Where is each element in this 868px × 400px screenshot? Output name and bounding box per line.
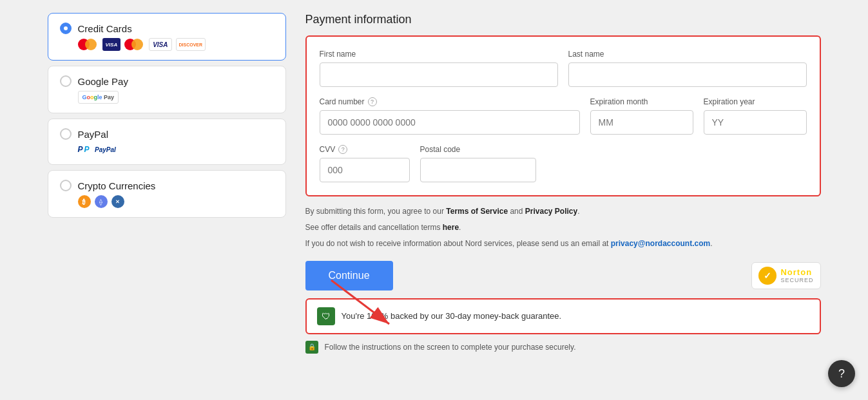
paypal-label: PayPal: [78, 129, 109, 140]
google-pay-radio[interactable]: [60, 75, 72, 87]
exp-month-group: Expiration month: [590, 97, 693, 135]
card-number-label: Card number ?: [320, 97, 580, 106]
last-name-group: Last name: [568, 50, 807, 87]
credit-cards-label: Credit Cards: [78, 23, 132, 34]
credit-cards-option[interactable]: Credit Cards VISA VISA DISCOVER: [48, 13, 286, 61]
norton-text: Norton SECURED: [780, 267, 813, 283]
cvv-input[interactable]: [320, 158, 410, 182]
last-name-label: Last name: [568, 50, 807, 59]
guarantee-box: 🛡 You're 100% backed by our 30-day money…: [305, 298, 821, 334]
paypal-radio[interactable]: [60, 128, 72, 140]
paypal-option[interactable]: PayPal PP PayPal: [48, 119, 286, 165]
privacy-link[interactable]: Privacy Policy: [525, 207, 577, 216]
exp-month-label: Expiration month: [590, 97, 693, 106]
here-link[interactable]: here: [443, 223, 459, 232]
help-button[interactable]: ?: [828, 360, 855, 387]
paypal-icon: PP PayPal: [78, 144, 116, 155]
payment-methods-panel: Credit Cards VISA VISA DISCOVER Goo: [48, 13, 286, 354]
bitcoin-icon: ₿: [78, 195, 91, 208]
norton-check-icon: ✓: [758, 267, 776, 285]
google-pay-option[interactable]: Google Pay Google Pay: [48, 66, 286, 113]
legal-line2: See offer details and cancellation terms…: [305, 222, 821, 234]
legal-line1: By submitting this form, you agree to ou…: [305, 205, 821, 218]
cvv-help-icon[interactable]: ?: [338, 145, 347, 154]
visa-blue-icon: VISA: [102, 38, 121, 51]
credit-cards-icons: VISA VISA DISCOVER: [78, 38, 274, 51]
mastercard-icon: [78, 38, 99, 51]
continue-row: Continue ✓ Norton SECURED: [305, 261, 821, 290]
exp-year-input[interactable]: [704, 110, 807, 135]
visa-plain-icon: VISA: [149, 38, 171, 51]
google-pay-label: Google Pay: [78, 76, 128, 87]
postal-code-label: Postal code: [420, 145, 536, 154]
payment-form-box: First name Last name Card number ?: [305, 35, 821, 196]
follow-text: Follow the instructions on the screen to…: [325, 343, 576, 352]
lock-icon: 🔒: [305, 341, 318, 354]
crypto-option[interactable]: Crypto Currencies ₿ ⟠ ✕: [48, 170, 286, 218]
crypto-label: Crypto Currencies: [78, 180, 156, 191]
shield-icon: 🛡: [317, 307, 335, 325]
cvv-group: CVV ?: [320, 145, 410, 182]
name-row: First name Last name: [320, 50, 807, 87]
cvv-row: CVV ? Postal code: [320, 145, 807, 182]
payment-info-panel: Payment information First name Last name…: [305, 13, 821, 354]
norton-title: Norton: [780, 267, 813, 277]
card-row: Card number ? Expiration month Expiratio…: [320, 97, 807, 135]
paypal-icons: PP PayPal: [78, 144, 274, 155]
exp-year-label: Expiration year: [704, 97, 807, 106]
follow-row: 🔒 Follow the instructions on the screen …: [305, 341, 821, 354]
first-name-group: First name: [320, 50, 558, 87]
payment-info-title: Payment information: [305, 13, 821, 26]
last-name-input[interactable]: [568, 62, 807, 87]
crypto-icons: ₿ ⟠ ✕: [78, 195, 274, 208]
card-number-group: Card number ?: [320, 97, 580, 135]
gpay-icon: Google Pay: [78, 91, 119, 104]
legal-email: privacy@nordaccount.com: [611, 239, 710, 248]
postal-code-group: Postal code: [420, 145, 536, 182]
card-number-input[interactable]: [320, 110, 580, 135]
first-name-input[interactable]: [320, 62, 558, 87]
discover-icon: DISCOVER: [176, 38, 206, 51]
continue-button[interactable]: Continue: [305, 261, 393, 290]
tos-link[interactable]: Terms of Service: [446, 207, 508, 216]
guarantee-text: You're 100% backed by our 30-day money-b…: [342, 311, 562, 321]
exp-year-group: Expiration year: [704, 97, 807, 135]
card-number-help-icon[interactable]: ?: [368, 97, 377, 106]
crypto-radio[interactable]: [60, 180, 72, 191]
cvv-label: CVV ?: [320, 145, 410, 154]
first-name-label: First name: [320, 50, 558, 59]
mastercard2-icon: [124, 38, 145, 51]
credit-cards-radio[interactable]: [60, 23, 72, 34]
legal-line3: If you do not wish to receive informatio…: [305, 238, 821, 250]
xrp-icon: ✕: [111, 195, 124, 208]
eth-icon: ⟠: [95, 195, 108, 208]
norton-subtitle: SECURED: [780, 277, 813, 283]
google-pay-icons: Google Pay: [78, 91, 274, 104]
norton-badge: ✓ Norton SECURED: [751, 262, 820, 289]
postal-code-input[interactable]: [420, 158, 536, 182]
exp-month-input[interactable]: [590, 110, 693, 135]
